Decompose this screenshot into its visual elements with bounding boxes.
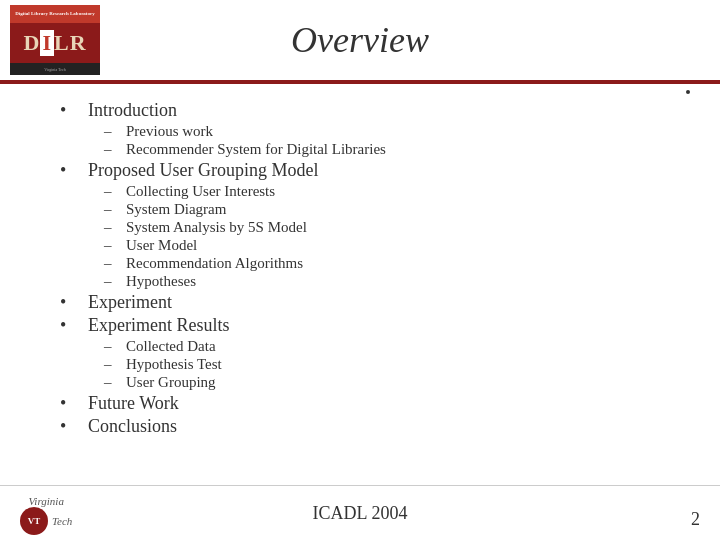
bullet-section-2: •Experiment: [60, 292, 680, 313]
vt-emblem: VT: [20, 507, 48, 535]
footer-logo: Virginia VT Tech: [20, 495, 72, 535]
bullet-dot-0: •: [60, 100, 72, 121]
sub-items-3: –Collected Data–Hypothesis Test–User Gro…: [104, 338, 680, 391]
bullet-main-1: •Proposed User Grouping Model: [60, 160, 680, 181]
sub-dash-3-0: –: [104, 338, 114, 355]
sub-dash-1-0: –: [104, 183, 114, 200]
sub-item-1-2: –System Analysis by 5S Model: [104, 219, 680, 236]
footer: Virginia VT Tech ICADL 2004 2: [0, 485, 720, 540]
bullet-main-5: •Conclusions: [60, 416, 680, 437]
logo-letters: DILR: [23, 23, 86, 63]
main-content: •Introduction–Previous work–Recommender …: [0, 92, 720, 447]
sub-dash-1-2: –: [104, 219, 114, 236]
bullet-main-4: •Future Work: [60, 393, 680, 414]
sub-item-1-0: –Collecting User Interests: [104, 183, 680, 200]
sub-dash-1-3: –: [104, 237, 114, 254]
bullet-dot-5: •: [60, 416, 72, 437]
bullet-section-4: •Future Work: [60, 393, 680, 414]
bullet-main-3: •Experiment Results: [60, 315, 680, 336]
header-logo: Digital Library Research Laboratory DILR…: [10, 5, 100, 75]
sub-text-1-1: System Diagram: [126, 201, 226, 218]
bullet-label-4: Future Work: [88, 393, 179, 414]
page-number: 2: [691, 509, 700, 530]
bullet-label-3: Experiment Results: [88, 315, 229, 336]
footer-logo-line2: Tech: [52, 515, 72, 527]
sub-items-0: –Previous work–Recommender System for Di…: [104, 123, 680, 158]
bullet-dot-3: •: [60, 315, 72, 336]
bullet-label-1: Proposed User Grouping Model: [88, 160, 318, 181]
sub-item-1-4: –Recommendation Algorithms: [104, 255, 680, 272]
header: Digital Library Research Laboratory DILR…: [0, 0, 720, 80]
sub-item-3-2: –User Grouping: [104, 374, 680, 391]
footer-center-text: ICADL 2004: [313, 503, 408, 524]
sub-text-3-0: Collected Data: [126, 338, 216, 355]
sub-item-3-0: –Collected Data: [104, 338, 680, 355]
sub-item-0-0: –Previous work: [104, 123, 680, 140]
sub-dash-3-2: –: [104, 374, 114, 391]
sub-text-3-2: User Grouping: [126, 374, 216, 391]
bullet-dot-1: •: [60, 160, 72, 181]
sub-text-1-0: Collecting User Interests: [126, 183, 275, 200]
sub-dash-3-1: –: [104, 356, 114, 373]
bullet-main-2: •Experiment: [60, 292, 680, 313]
sub-dash-1-4: –: [104, 255, 114, 272]
sub-text-1-5: Hypotheses: [126, 273, 196, 290]
sub-dash-0-1: –: [104, 141, 114, 158]
vt-logo-box: VT Tech: [20, 507, 72, 535]
bullet-dot-2: •: [60, 292, 72, 313]
bullet-main-0: •Introduction: [60, 100, 680, 121]
bullet-label-0: Introduction: [88, 100, 177, 121]
header-divider: [0, 80, 720, 84]
sub-item-1-1: –System Diagram: [104, 201, 680, 218]
sub-dash-1-5: –: [104, 273, 114, 290]
sub-item-1-3: –User Model: [104, 237, 680, 254]
sub-text-1-2: System Analysis by 5S Model: [126, 219, 307, 236]
page-title: Overview: [20, 19, 700, 61]
sub-item-0-1: –Recommender System for Digital Librarie…: [104, 141, 680, 158]
sub-text-1-4: Recommendation Algorithms: [126, 255, 303, 272]
sub-text-1-3: User Model: [126, 237, 197, 254]
bullet-label-2: Experiment: [88, 292, 172, 313]
bullet-section-0: •Introduction–Previous work–Recommender …: [60, 100, 680, 158]
bullet-section-1: •Proposed User Grouping Model–Collecting…: [60, 160, 680, 290]
sub-text-0-1: Recommender System for Digital Libraries: [126, 141, 386, 158]
bullet-label-5: Conclusions: [88, 416, 177, 437]
footer-logo-line1: Virginia: [28, 495, 63, 507]
corner-decoration: [686, 90, 690, 94]
logo-bottom-strip: Virginia Tech: [10, 63, 100, 75]
sub-text-3-1: Hypothesis Test: [126, 356, 222, 373]
sub-text-0-0: Previous work: [126, 123, 213, 140]
sub-dash-1-1: –: [104, 201, 114, 218]
sub-items-1: –Collecting User Interests–System Diagra…: [104, 183, 680, 290]
logo-top-strip: Digital Library Research Laboratory: [10, 5, 100, 23]
sub-item-1-5: –Hypotheses: [104, 273, 680, 290]
bullet-section-5: •Conclusions: [60, 416, 680, 437]
sub-dash-0-0: –: [104, 123, 114, 140]
sub-item-3-1: –Hypothesis Test: [104, 356, 680, 373]
bullet-section-3: •Experiment Results–Collected Data–Hypot…: [60, 315, 680, 391]
bullet-dot-4: •: [60, 393, 72, 414]
